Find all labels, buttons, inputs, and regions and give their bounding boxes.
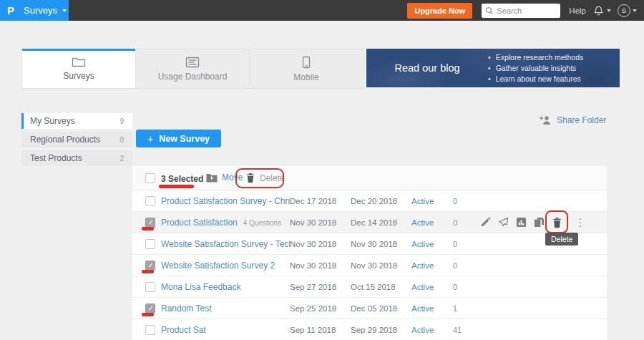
survey-table-body: Product Satisfaction Survey - Christmas …	[132, 190, 607, 340]
brand-logo: P	[7, 5, 14, 16]
help-link[interactable]: Help	[569, 6, 586, 15]
survey-name-link[interactable]: Product Satisfaction Survey - Christmas …	[161, 196, 290, 206]
table-row: Website Satisfaction Survey 2 Nov 30 201…	[132, 255, 607, 276]
select-all-checkbox[interactable]	[145, 173, 155, 183]
survey-name-link[interactable]: Mona Lisa Feedback	[161, 282, 240, 292]
duplicate-button[interactable]	[531, 215, 547, 230]
tab-mobile[interactable]: Mobile	[250, 49, 364, 89]
survey-start-date: Nov 30 2018	[290, 261, 351, 270]
survey-name-link[interactable]: Website Satisfaction Survey - Tech	[161, 239, 290, 249]
row-checkbox[interactable]	[145, 303, 155, 314]
survey-response-count: 0	[453, 240, 474, 248]
selected-count-label: 3 Selected	[161, 174, 203, 184]
folder-count: 9	[119, 117, 124, 125]
search-box[interactable]	[482, 4, 560, 18]
annotation-selected-underline	[159, 185, 194, 188]
upgrade-now-button[interactable]: Upgrade Now	[407, 3, 472, 19]
bulk-actions-toolbar: 3 Selected Move Delete	[132, 165, 607, 190]
survey-end-date: Nov 30 2018	[351, 261, 411, 270]
survey-status-link[interactable]: Active	[411, 197, 453, 205]
folder-count: 2	[119, 155, 124, 162]
survey-end-date: Nov 30 2018	[351, 240, 411, 248]
pencil-icon	[480, 217, 491, 228]
survey-name-link[interactable]: Website Satisfaction Survey 2	[161, 261, 275, 271]
plus-icon: +	[147, 133, 153, 145]
share-folder-button[interactable]: Share Folder	[540, 115, 606, 125]
trash-icon	[552, 217, 562, 228]
table-row: Mona Lisa Feedback Sep 27 2018 Oct 15 20…	[132, 276, 607, 298]
survey-name-cell: Random Test	[161, 303, 290, 314]
banner-bullet: Learn about new features	[488, 74, 583, 84]
survey-end-date: Sep 29 2018	[351, 326, 411, 334]
topbar-right: Upgrade Now Help S	[407, 3, 644, 19]
notifications-button[interactable]	[593, 5, 611, 16]
product-switcher-label[interactable]: Surveys	[24, 5, 57, 16]
table-row: Product Satisfaction Survey - Christmas …	[132, 190, 607, 212]
survey-status-link[interactable]: Active	[411, 304, 453, 313]
survey-status-link[interactable]: Active	[411, 326, 453, 334]
sidebar-item-test-products[interactable]: Test Products 2	[21, 150, 132, 166]
row-checkbox[interactable]	[145, 196, 155, 206]
survey-name-link[interactable]: Random Test	[161, 303, 211, 314]
edit-button[interactable]	[477, 215, 493, 230]
survey-end-date: Oct 15 2018	[351, 283, 411, 291]
blog-promo-banner[interactable]: Read our blog Explore research methods G…	[366, 49, 620, 87]
delete-tooltip: Delete	[545, 233, 578, 246]
banner-bullet: Gather valuable insights	[488, 63, 583, 74]
folders-sidebar: My Surveys 9 Regional Products 0 Test Pr…	[21, 113, 132, 169]
paper-plane-icon	[498, 217, 509, 228]
survey-question-count: 4 Questions	[243, 219, 281, 227]
sidebar-item-regional-products[interactable]: Regional Products 0	[21, 132, 132, 147]
survey-response-count: 41	[453, 326, 474, 334]
annotation-checkbox-underline	[142, 227, 154, 230]
search-icon	[485, 6, 494, 15]
chevron-down-icon	[633, 9, 637, 12]
survey-start-date: Nov 30 2018	[290, 218, 351, 227]
chevron-down-icon	[607, 9, 611, 12]
row-checkbox[interactable]	[145, 239, 155, 249]
survey-name-cell: Product Satisfaction Survey - Christmas …	[161, 196, 290, 206]
survey-response-count: 0	[453, 261, 474, 270]
table-row: Website Satisfaction Survey - Tech Nov 3…	[132, 233, 607, 255]
survey-response-count: 0	[453, 218, 474, 227]
folder-label: My Surveys	[30, 116, 75, 126]
delete-row-button[interactable]	[549, 215, 565, 230]
tab-usage-dashboard[interactable]: Usage Dashboard	[136, 49, 250, 89]
survey-status-link[interactable]: Active	[411, 261, 453, 270]
tab-label: Usage Dashboard	[158, 72, 228, 82]
survey-status-link[interactable]: Active	[411, 240, 453, 248]
tab-surveys[interactable]: Surveys	[21, 49, 136, 89]
folder-label: Test Products	[30, 153, 82, 163]
new-survey-button[interactable]: + New Survey	[136, 130, 221, 147]
row-checkbox[interactable]	[145, 325, 155, 335]
banner-title: Read our blog	[366, 62, 488, 74]
survey-status-link[interactable]: Active	[411, 283, 453, 291]
survey-name-link[interactable]: Product Satisfaction	[161, 218, 238, 228]
row-checkbox[interactable]	[145, 261, 155, 271]
folder-label: Regional Products	[30, 135, 100, 145]
send-button[interactable]	[495, 215, 511, 230]
more-options-button[interactable]: ⋮	[572, 215, 588, 230]
sidebar-item-my-surveys[interactable]: My Surveys 9	[21, 113, 132, 129]
top-bar: P Surveys Upgrade Now Help S	[0, 0, 644, 21]
survey-end-date: Dec 05 2018	[351, 304, 411, 313]
survey-name-link[interactable]: Product Sat	[161, 325, 206, 335]
share-folder-label: Share Folder	[557, 115, 606, 125]
survey-response-count: 1	[453, 304, 474, 313]
account-menu-button[interactable]: S	[618, 4, 637, 17]
row-checkbox[interactable]	[145, 218, 155, 228]
survey-name-cell: Product Satisfaction 4 Questions	[161, 218, 290, 228]
row-actions: ⋮ Delete	[477, 212, 590, 233]
survey-status-link[interactable]: Active	[411, 218, 453, 227]
brand-block[interactable]: P Surveys	[0, 0, 69, 21]
survey-end-date: Dec 20 2018	[351, 197, 411, 205]
survey-name-cell: Website Satisfaction Survey 2	[161, 261, 290, 271]
banner-bullet: Explore research methods	[488, 52, 583, 63]
share-person-icon	[540, 115, 552, 125]
results-button[interactable]	[513, 215, 529, 230]
search-input[interactable]	[497, 6, 557, 15]
new-survey-label: New Survey	[159, 134, 210, 144]
row-checkbox[interactable]	[145, 282, 155, 292]
avatar: S	[618, 4, 630, 17]
mobile-icon	[302, 56, 311, 69]
